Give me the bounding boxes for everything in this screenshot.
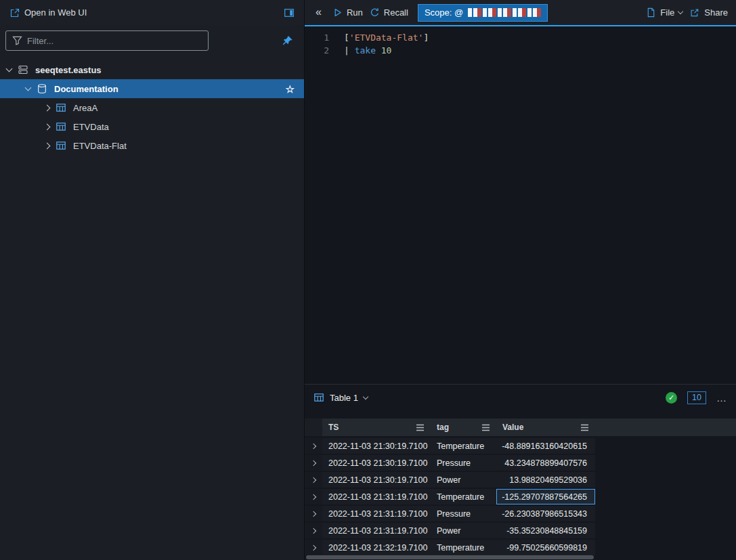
- cell-ts[interactable]: 2022-11-03 21:32:19.7100: [322, 540, 431, 555]
- cell-value[interactable]: 43.234878899407576: [496, 455, 595, 471]
- database-icon: [37, 83, 48, 95]
- run-button[interactable]: Run: [332, 7, 363, 18]
- file-icon: [646, 7, 656, 18]
- tree-item-documentation[interactable]: Documentation☆: [0, 79, 304, 98]
- filter-funnel-icon: [12, 36, 22, 45]
- star-icon[interactable]: ☆: [286, 84, 295, 94]
- table-row: 2022-11-03 21:31:19.7100Temperature-125.…: [305, 489, 595, 504]
- row-expander[interactable]: [305, 523, 322, 538]
- chevron-down-icon[interactable]: [25, 85, 32, 91]
- panel-toggle-icon[interactable]: [284, 7, 295, 18]
- header-filler: [595, 418, 736, 436]
- cell-ts[interactable]: 2022-11-03 21:30:19.7100: [322, 438, 431, 454]
- filter-input[interactable]: [27, 36, 202, 46]
- recall-label: Recall: [384, 7, 408, 18]
- recall-button[interactable]: Recall: [370, 7, 408, 18]
- column-menu-icon[interactable]: [416, 424, 425, 431]
- chevron-down-icon: [678, 9, 683, 14]
- results-tab-title[interactable]: Table 1: [330, 393, 358, 403]
- chevron-right-icon: [311, 460, 316, 465]
- results-header-actions: ✓ 10 …: [666, 391, 727, 404]
- share-icon: [689, 7, 700, 18]
- column-label: TS: [328, 423, 339, 432]
- cell-tag[interactable]: Pressure: [431, 455, 496, 471]
- play-icon: [332, 7, 343, 18]
- row-expander[interactable]: [305, 472, 322, 488]
- cell-value[interactable]: -26.230387986515343: [496, 506, 595, 521]
- horizontal-scrollbar[interactable]: [306, 555, 594, 559]
- results-panel: Table 1 ✓ 10 … TStagValue 2022-11-03 21:…: [305, 384, 736, 560]
- chevron-right-icon[interactable]: [44, 104, 51, 111]
- chevron-right-icon: [311, 544, 316, 550]
- cell-value[interactable]: -99.75025660599819: [496, 540, 595, 555]
- recall-icon: [370, 7, 380, 18]
- cell-ts[interactable]: 2022-11-03 21:31:19.7100: [322, 506, 431, 521]
- code-text: | take 10: [329, 44, 391, 57]
- cell-tag[interactable]: Power: [431, 472, 496, 488]
- filter-box: [5, 30, 209, 51]
- pin-icon[interactable]: [282, 35, 293, 47]
- open-in-web-ui-button[interactable]: Open in Web UI: [9, 7, 87, 18]
- cell-value[interactable]: -125.29707887564265: [496, 489, 595, 504]
- cell-value[interactable]: 13.98820469529036: [496, 472, 595, 488]
- code-text: ['ETVData-Flat']: [329, 31, 429, 44]
- chevron-right-icon[interactable]: [44, 142, 51, 149]
- more-options-button[interactable]: …: [716, 392, 727, 404]
- tree-item-seeqtest-eastus[interactable]: seeqtest.eastus: [0, 60, 304, 79]
- table-row: 2022-11-03 21:30:19.7100Pressure43.23487…: [305, 455, 595, 471]
- row-count-badge[interactable]: 10: [687, 391, 706, 404]
- tree-item-label: ETVData: [73, 122, 109, 132]
- tree-item-areaa[interactable]: AreaA: [0, 98, 304, 117]
- table-row: 2022-11-03 21:31:19.7100Pressure-26.2303…: [305, 506, 595, 521]
- cluster-icon: [18, 64, 29, 76]
- db-tree: seeqtest.eastusDocumentation☆AreaAETVDat…: [0, 60, 304, 155]
- table-row: 2022-11-03 21:31:19.7100Power-35.3523084…: [305, 523, 595, 538]
- cell-tag[interactable]: Temperature: [431, 540, 496, 555]
- column-label: Value: [502, 423, 523, 432]
- table-icon: [313, 392, 324, 403]
- column-header-ts[interactable]: TS: [322, 418, 431, 436]
- cell-value[interactable]: -48.889163160420615: [496, 438, 595, 454]
- cell-tag[interactable]: Temperature: [431, 438, 496, 454]
- column-menu-icon[interactable]: [580, 424, 589, 431]
- query-editor[interactable]: 1['ETVData-Flat']2| take 10: [305, 26, 736, 384]
- open-in-web-ui-label: Open in Web UI: [24, 7, 87, 18]
- chevron-right-icon[interactable]: [44, 123, 51, 130]
- chevron-down-icon[interactable]: [6, 66, 13, 72]
- row-expander[interactable]: [305, 506, 322, 521]
- row-expander[interactable]: [305, 438, 322, 454]
- column-menu-icon[interactable]: [481, 424, 490, 431]
- column-header-tag[interactable]: tag: [431, 418, 496, 436]
- code-line[interactable]: 2| take 10: [305, 44, 736, 57]
- tree-item-etvdata-flat[interactable]: ETVData-Flat: [0, 136, 304, 155]
- main: seeqtest.eastusDocumentation☆AreaAETVDat…: [0, 25, 736, 560]
- file-label: File: [660, 7, 674, 18]
- cell-value[interactable]: -35.35230848845159: [496, 523, 595, 538]
- cell-ts[interactable]: 2022-11-03 21:31:19.7100: [322, 489, 431, 504]
- cell-tag[interactable]: Power: [431, 523, 496, 538]
- share-label: Share: [704, 7, 728, 18]
- tree-item-etvdata[interactable]: ETVData: [0, 117, 304, 136]
- share-button[interactable]: Share: [689, 7, 728, 18]
- tree-item-label: seeqtest.eastus: [35, 65, 102, 75]
- scope-button[interactable]: Scope: @: [418, 4, 548, 22]
- results-header: Table 1 ✓ 10 …: [305, 385, 736, 410]
- chevron-right-icon: [311, 511, 316, 516]
- code-line[interactable]: 1['ETVData-Flat']: [305, 31, 736, 44]
- content: 1['ETVData-Flat']2| take 10 Table 1 ✓ 10…: [305, 25, 736, 560]
- chevron-right-icon: [311, 477, 316, 482]
- cell-ts[interactable]: 2022-11-03 21:30:19.7100: [322, 472, 431, 488]
- column-header-value[interactable]: Value: [496, 418, 595, 436]
- row-expander[interactable]: [305, 540, 322, 555]
- cell-ts[interactable]: 2022-11-03 21:30:19.7100: [322, 455, 431, 471]
- line-number: 2: [305, 44, 329, 57]
- collapse-panel-button[interactable]: «: [316, 6, 322, 18]
- file-menu-button[interactable]: File: [646, 7, 683, 18]
- cell-tag[interactable]: Pressure: [431, 506, 496, 521]
- cell-tag[interactable]: Temperature: [431, 489, 496, 504]
- grid-header: TStagValue: [305, 418, 736, 436]
- row-expander[interactable]: [305, 455, 322, 471]
- row-expander[interactable]: [305, 489, 322, 504]
- chevron-down-icon[interactable]: [363, 393, 368, 399]
- cell-ts[interactable]: 2022-11-03 21:31:19.7100: [322, 523, 431, 538]
